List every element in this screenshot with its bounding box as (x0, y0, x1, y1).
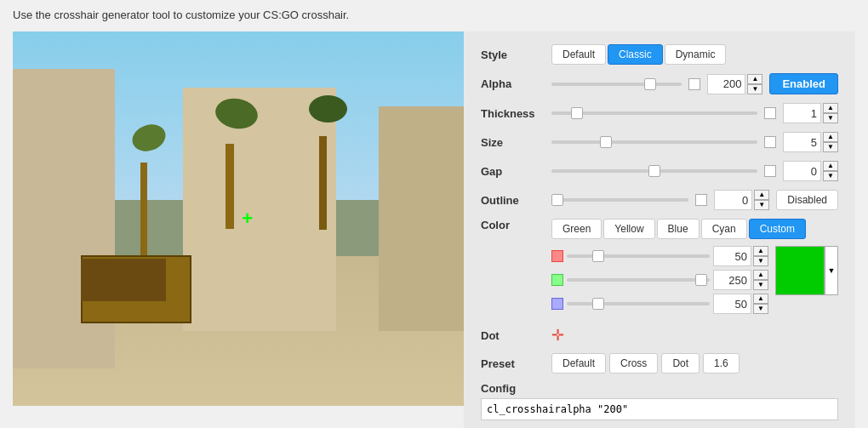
preset-cross-button[interactable]: Cross (609, 353, 658, 374)
size-value: 5 (783, 132, 821, 152)
controls-panel: Style Default Classic Dynamic Alpha 200 … (464, 31, 855, 428)
red-slider[interactable] (567, 254, 710, 258)
thickness-down[interactable]: ▼ (823, 113, 838, 123)
alpha-spinners: ▲ ▼ (747, 74, 762, 94)
rgb-sliders: 50 ▲ ▼ (551, 246, 768, 317)
red-number-group: 50 ▲ ▼ (713, 246, 768, 266)
alpha-label: Alpha (481, 77, 545, 90)
config-row: Config (481, 382, 838, 420)
preset-16-button[interactable]: 1.6 (703, 353, 740, 374)
preview-panel: + (13, 31, 464, 406)
red-slider-container (567, 254, 710, 258)
palm-trunk-3 (319, 136, 327, 230)
blue-row: 50 ▲ ▼ (551, 294, 768, 314)
gap-slider[interactable] (551, 169, 757, 173)
green-swatch (551, 274, 563, 286)
thickness-row: Thickness 1 ▲ ▼ (481, 103, 838, 123)
building-center (183, 88, 336, 331)
vehicle-cab (81, 259, 166, 301)
green-row: 250 ▲ ▼ (551, 270, 768, 290)
red-up[interactable]: ▲ (753, 246, 768, 256)
blue-swatch (551, 298, 563, 310)
blue-down[interactable]: ▼ (753, 304, 768, 314)
style-label: Style (481, 49, 545, 61)
style-row: Style Default Classic Dynamic (481, 44, 838, 65)
outline-up[interactable]: ▲ (754, 190, 769, 200)
preset-row: Preset Default Cross Dot 1.6 (481, 353, 838, 374)
red-row: 50 ▲ ▼ (551, 246, 768, 266)
preset-default-button[interactable]: Default (551, 353, 606, 374)
size-up[interactable]: ▲ (823, 132, 838, 142)
green-spinners: ▲ ▼ (753, 270, 768, 290)
blue-number-group: 50 ▲ ▼ (713, 294, 768, 314)
style-classic-button[interactable]: Classic (608, 44, 663, 65)
gap-label: Gap (481, 165, 545, 178)
gap-down[interactable]: ▼ (823, 171, 838, 181)
page-description: Use the crosshair generator tool to cust… (13, 9, 855, 21)
thickness-label: Thickness (481, 107, 545, 120)
style-dynamic-button[interactable]: Dynamic (665, 44, 727, 65)
outline-down[interactable]: ▼ (754, 200, 769, 210)
red-spinners: ▲ ▼ (753, 246, 768, 266)
gap-spinners: ▲ ▼ (823, 161, 838, 181)
size-down[interactable]: ▼ (823, 142, 838, 152)
green-slider[interactable] (567, 278, 710, 282)
green-down[interactable]: ▼ (753, 280, 768, 290)
outline-row: Outline 0 ▲ ▼ Disabled (481, 190, 838, 210)
outline-label: Outline (481, 194, 545, 207)
blue-slider-container (567, 302, 710, 305)
config-input[interactable] (481, 398, 838, 420)
color-custom-button[interactable]: Custom (749, 219, 806, 239)
outline-spinners: ▲ ▼ (754, 190, 769, 210)
color-yellow-button[interactable]: Yellow (603, 219, 654, 239)
rgb-and-swatch: 50 ▲ ▼ (551, 246, 838, 317)
color-cyan-button[interactable]: Cyan (701, 219, 747, 239)
outline-disabled-button[interactable]: Disabled (776, 190, 838, 210)
red-down[interactable]: ▼ (753, 256, 768, 266)
color-green-button[interactable]: Green (551, 219, 602, 239)
size-slider[interactable] (551, 140, 757, 144)
preset-dot-button[interactable]: Dot (661, 353, 700, 374)
alpha-enabled-button[interactable]: Enabled (769, 73, 838, 94)
alpha-value: 200 (707, 74, 745, 94)
gap-value: 0 (783, 161, 821, 181)
red-value: 50 (713, 246, 751, 266)
alpha-slider[interactable] (551, 83, 682, 86)
green-value: 250 (713, 270, 751, 290)
thickness-up[interactable]: ▲ (823, 103, 838, 113)
dot-label: Dot (481, 329, 545, 342)
size-row: Size 5 ▲ ▼ (481, 132, 838, 152)
gap-up[interactable]: ▲ (823, 161, 838, 171)
outline-value: 0 (714, 190, 752, 210)
style-default-button[interactable]: Default (551, 44, 606, 65)
alpha-up[interactable]: ▲ (747, 74, 762, 84)
thickness-value: 1 (783, 103, 821, 123)
thickness-number-group: 1 ▲ ▼ (783, 103, 838, 123)
color-preview-swatch (775, 246, 825, 295)
color-preset-buttons: Green Yellow Blue Cyan Custom (551, 219, 838, 239)
size-spinners: ▲ ▼ (823, 132, 838, 152)
thickness-slider[interactable] (551, 111, 757, 115)
gap-number-group: 0 ▲ ▼ (783, 161, 838, 181)
size-label: Size (481, 136, 545, 149)
blue-up[interactable]: ▲ (753, 294, 768, 304)
outline-swatch (695, 194, 707, 206)
gap-swatch (764, 165, 776, 177)
color-row: Color Green Yellow Blue Cyan Custom (481, 219, 838, 317)
color-controls-container: Green Yellow Blue Cyan Custom (551, 219, 838, 317)
alpha-row: Alpha 200 ▲ ▼ Enabled (481, 73, 838, 94)
palm-trunk-2 (226, 144, 234, 229)
blue-spinners: ▲ ▼ (753, 294, 768, 314)
main-container: + Style Default Classic Dynamic Alpha 20… (13, 31, 855, 428)
thickness-slider-container (551, 111, 757, 115)
dot-icon[interactable]: ✛ (551, 326, 564, 345)
green-up[interactable]: ▲ (753, 270, 768, 280)
outline-slider[interactable] (551, 198, 688, 202)
gap-slider-container (551, 169, 757, 173)
alpha-down[interactable]: ▼ (747, 84, 762, 94)
color-swatch-dropdown[interactable]: ▼ (825, 246, 838, 295)
blue-slider[interactable] (567, 302, 710, 305)
color-blue-button[interactable]: Blue (657, 219, 700, 239)
preset-buttons: Default Cross Dot 1.6 (551, 353, 740, 374)
blue-value: 50 (713, 294, 751, 314)
